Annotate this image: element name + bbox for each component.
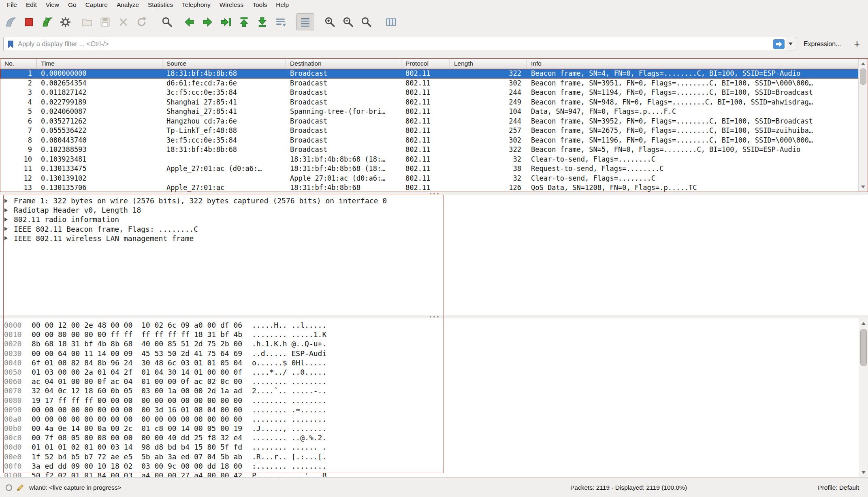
go-to-top-button[interactable] xyxy=(235,13,253,30)
hex-row[interactable]: 009000 00 00 00 00 00 00 00 00 3d 16 01 … xyxy=(0,405,868,414)
packet-row[interactable]: 100.10392348118:31:bf:4b:8b:68 (18:…802.… xyxy=(0,155,868,164)
display-filter-input[interactable] xyxy=(15,40,773,48)
colorize-button[interactable] xyxy=(296,13,314,30)
hex-row[interactable]: 00208b 68 18 31 bf 4b 8b 68 40 00 85 51 … xyxy=(0,339,868,348)
menu-statistics[interactable]: Statistics xyxy=(143,0,177,9)
hex-row[interactable]: 00c000 7f 08 05 00 08 00 00 00 00 40 dd … xyxy=(0,433,868,442)
hex-row[interactable]: 008019 17 ff ff ff 00 00 00 00 00 00 00 … xyxy=(0,396,868,405)
find-packet-button[interactable] xyxy=(158,13,176,30)
filter-dropdown-button[interactable] xyxy=(786,37,796,51)
hex-row[interactable]: 005001 03 00 00 2a 01 04 2f 01 04 30 14 … xyxy=(0,367,868,377)
hex-row[interactable]: 003000 00 64 00 11 14 00 09 45 53 50 2d … xyxy=(0,349,868,358)
filter-apply-button[interactable] xyxy=(773,39,785,49)
detail-line[interactable]: Radiotap Header v0, Length 18 xyxy=(0,205,868,215)
hex-row[interactable]: 00f03a ed dd 09 00 10 18 02 03 00 9c 00 … xyxy=(0,461,868,471)
menu-capture[interactable]: Capture xyxy=(81,0,112,9)
hex-row[interactable]: 00406f 01 08 82 84 8b 96 24 30 48 6c 03 … xyxy=(0,358,868,367)
menu-help[interactable]: Help xyxy=(271,0,293,9)
packet-row[interactable]: 50.024060087Shanghai_27:85:41Spanning-tr… xyxy=(0,107,868,117)
column-header-no[interactable]: No. xyxy=(0,59,37,68)
auto-scroll-button[interactable] xyxy=(271,13,290,30)
zoom-in-button[interactable] xyxy=(321,13,339,30)
menu-file[interactable]: File xyxy=(2,0,21,9)
packet-row[interactable]: 20.002654354d6:61:fe:cd:7a:6eBroadcast80… xyxy=(0,79,868,88)
packet-row[interactable]: 40.022799189Shanghai_27:85:41Broadcast80… xyxy=(0,98,868,107)
packet-row[interactable]: 70.055536422Tp-LinkT_ef:48:88Broadcast80… xyxy=(0,126,868,136)
expander-triangle-icon[interactable] xyxy=(4,226,14,231)
save-file-button[interactable] xyxy=(96,13,114,30)
hex-row[interactable]: 00d001 01 01 02 01 00 03 14 98 d8 bd b4 … xyxy=(0,442,868,452)
hex-row[interactable]: 0060ac 04 01 00 00 0f ac 04 01 00 00 0f … xyxy=(0,377,868,386)
detail-line[interactable]: IEEE 802.11 wireless LAN management fram… xyxy=(0,234,868,243)
bytes-scrollbar[interactable] xyxy=(859,318,868,477)
hex-row[interactable]: 001000 00 80 00 00 00 ff ff ff ff ff ff … xyxy=(0,330,868,339)
profile-label[interactable]: Profile: Default xyxy=(818,484,859,491)
zoom-reset-button[interactable] xyxy=(357,13,375,30)
splitter-list-details[interactable] xyxy=(0,192,868,195)
hex-row[interactable]: 007032 04 0c 12 18 60 0b 05 03 00 1a 00 … xyxy=(0,386,868,395)
go-to-packet-button[interactable] xyxy=(217,13,235,30)
menu-edit[interactable]: Edit xyxy=(21,0,41,9)
hex-row[interactable]: 00b000 4a 0e 14 00 0a 00 2c 01 c8 00 14 … xyxy=(0,424,868,433)
splitter-details-bytes[interactable] xyxy=(0,315,868,318)
column-header-source[interactable]: Source xyxy=(162,59,286,68)
capture-file-properties-icon[interactable] xyxy=(6,484,12,491)
go-forward-button[interactable] xyxy=(198,13,217,30)
column-header-info[interactable]: Info xyxy=(527,59,868,68)
scroll-up-icon[interactable] xyxy=(859,60,868,68)
packet-list-scrollbar[interactable] xyxy=(858,59,868,192)
reload-file-button[interactable] xyxy=(132,13,151,30)
expression-button[interactable]: Expression... xyxy=(804,41,841,48)
display-filter-field[interactable] xyxy=(3,37,787,51)
menu-telephony[interactable]: Telephony xyxy=(177,0,215,9)
packet-row[interactable]: 60.035271262Hangzhou_cd:7a:6eBroadcast80… xyxy=(0,117,868,126)
stop-capture-button[interactable] xyxy=(20,13,38,30)
zoom-out-button[interactable] xyxy=(339,13,357,30)
scroll-down-icon[interactable] xyxy=(859,468,868,476)
expander-triangle-icon[interactable] xyxy=(4,208,14,213)
hex-row[interactable]: 010050 f2 02 01 01 84 00 03 a4 00 00 27 … xyxy=(0,471,868,477)
resize-columns-button[interactable] xyxy=(382,13,400,30)
filter-bookmark-icon[interactable] xyxy=(6,40,15,49)
hex-bytes: 00 00 00 00 00 00 00 00 00 3d 16 01 08 0… xyxy=(25,405,252,414)
packet-row[interactable]: 120.130139102Apple_27:01:ac (d0:a6:…802.… xyxy=(0,174,868,183)
packet-row[interactable]: 10.00000000018:31:bf:4b:8b:68Broadcast80… xyxy=(0,69,868,79)
detail-line[interactable]: IEEE 802.11 Beacon frame, Flags: .......… xyxy=(0,224,868,234)
go-to-bottom-button[interactable] xyxy=(253,13,271,30)
column-header-time[interactable]: Time xyxy=(37,59,162,68)
packet-row[interactable]: 80.0804437403e:f5:cc:0e:35:84Broadcast80… xyxy=(0,136,868,145)
open-file-button[interactable] xyxy=(78,13,96,30)
hex-row[interactable]: 00e01f 52 b4 b5 b7 72 ae e5 5b ab 3a ed … xyxy=(0,452,868,461)
packet-row[interactable]: 30.0118271423c:f5:cc:0e:35:84Broadcast80… xyxy=(0,88,868,98)
start-capture-button[interactable] xyxy=(2,13,20,30)
column-header-destination[interactable]: Destination xyxy=(286,59,401,68)
menu-tools[interactable]: Tools xyxy=(248,0,271,9)
cell-proto: 802.11 xyxy=(401,126,450,136)
scroll-up-icon[interactable] xyxy=(859,319,868,327)
column-header-protocol[interactable]: Protocol xyxy=(401,59,450,68)
detail-line[interactable]: Frame 1: 322 bytes on wire (2576 bits), … xyxy=(0,196,868,205)
menu-go[interactable]: Go xyxy=(64,0,81,9)
hex-row[interactable]: 00a000 00 00 00 00 00 00 00 00 00 00 00 … xyxy=(0,414,868,424)
hex-row[interactable]: 000000 00 12 00 2e 48 00 00 10 02 6c 09 … xyxy=(0,320,868,330)
packet-row[interactable]: 90.10238859318:31:bf:4b:8b:68Broadcast80… xyxy=(0,145,868,155)
add-filter-button[interactable]: + xyxy=(854,38,860,50)
close-file-button[interactable] xyxy=(114,13,132,30)
detail-line[interactable]: 802.11 radio information xyxy=(0,215,868,224)
capture-options-button[interactable] xyxy=(56,13,75,30)
menu-analyze[interactable]: Analyze xyxy=(112,0,143,9)
scroll-thumb[interactable] xyxy=(860,68,866,85)
scroll-thumb[interactable] xyxy=(860,329,867,366)
expander-triangle-icon[interactable] xyxy=(4,198,14,203)
edit-comment-pencil-icon[interactable] xyxy=(16,484,24,492)
restart-capture-button[interactable] xyxy=(38,13,56,30)
menu-wireless[interactable]: Wireless xyxy=(215,0,248,9)
expander-triangle-icon[interactable] xyxy=(4,236,14,241)
menu-view[interactable]: View xyxy=(41,0,64,9)
expander-triangle-icon[interactable] xyxy=(4,217,14,222)
go-back-button[interactable] xyxy=(180,13,198,30)
packet-row[interactable]: 110.130133475Apple_27:01:ac (d0:a6:…18:3… xyxy=(0,164,868,174)
packet-row[interactable]: 130.130135706Apple_27:01:ac18:31:bf:4b:8… xyxy=(0,183,868,192)
scroll-down-icon[interactable] xyxy=(859,183,868,191)
column-header-length[interactable]: Length xyxy=(450,59,527,68)
